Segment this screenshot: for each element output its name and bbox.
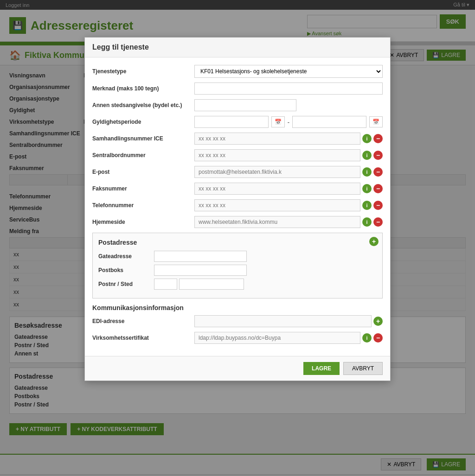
modal-postnr-input[interactable]: 1164 bbox=[154, 279, 177, 290]
field-epost: i − bbox=[194, 166, 383, 178]
sentralbord-remove-icon[interactable]: − bbox=[373, 151, 383, 160]
telefon-remove-icon[interactable]: − bbox=[373, 201, 383, 210]
field-merknad bbox=[194, 83, 383, 95]
field-annen bbox=[194, 99, 383, 111]
label-virksomhet: Virksomhetssertifikat bbox=[92, 335, 194, 341]
modal-avbryt-button[interactable]: AVBRYT bbox=[343, 362, 383, 375]
modal-postboks-label: Postboks bbox=[98, 267, 154, 273]
date-from-input[interactable]: 10.10.2010 bbox=[194, 116, 269, 128]
annen-input[interactable] bbox=[194, 99, 296, 111]
epost-input[interactable] bbox=[194, 166, 360, 178]
field-faks: i − bbox=[194, 183, 383, 195]
telefon-info-icon[interactable]: i bbox=[362, 201, 372, 210]
field-edi: + bbox=[194, 315, 383, 327]
modal-row-virksomhet: Virksomhetssertifikat i − bbox=[92, 332, 383, 344]
modal-body: Tjenestetype KF01 Helsestasjons- og skol… bbox=[85, 57, 390, 356]
modal-header: Legg til tjeneste bbox=[85, 38, 390, 57]
label-modal-hjemmeside: Hjemmeside bbox=[92, 219, 194, 225]
modal-row-merknad: Merknad (maks 100 tegn) bbox=[92, 83, 383, 95]
modal-postboks-row: Postboks bbox=[98, 265, 377, 276]
epost-info-icon[interactable]: i bbox=[362, 167, 372, 177]
modal-sted-input[interactable]: OSLO bbox=[179, 279, 244, 290]
modal-row-annen: Annen stedsangivelse (bydel etc.) bbox=[92, 99, 383, 111]
modal-gateadresse-label: Gateadresse bbox=[98, 253, 154, 260]
samhandling-input[interactable] bbox=[194, 133, 360, 145]
calendar-from-button[interactable]: 📅 bbox=[271, 116, 285, 127]
sentralbord-input[interactable] bbox=[194, 149, 360, 161]
field-samhandling: i − bbox=[194, 133, 383, 145]
modal-postadresse-box: + Postadresse Gateadresse Latesom veien … bbox=[92, 233, 383, 298]
modal-row-tjenestetype: Tjenestetype KF01 Helsestasjons- og skol… bbox=[92, 65, 383, 78]
label-tjenestetype: Tjenestetype bbox=[92, 68, 194, 75]
date-range: 10.10.2010 📅 - 31.12.2999 📅 bbox=[194, 116, 383, 128]
sentralbord-info-icon[interactable]: i bbox=[362, 151, 372, 160]
telefon-input[interactable] bbox=[194, 199, 360, 211]
modal-row-faks: Faksnummer i − bbox=[92, 183, 383, 195]
calendar-to-button[interactable]: 📅 bbox=[369, 116, 383, 127]
modal-row-gyldighet: Gyldighetsperiode 10.10.2010 📅 - 31.12.2… bbox=[92, 116, 383, 128]
field-hjemmeside: i − bbox=[194, 216, 383, 228]
samhandling-remove-icon[interactable]: − bbox=[373, 134, 383, 143]
hjemmeside-input[interactable] bbox=[194, 216, 360, 228]
modal-footer: LAGRE AVBRYT bbox=[85, 356, 390, 381]
field-gyldighet: 10.10.2010 📅 - 31.12.2999 📅 bbox=[194, 116, 383, 128]
postadresse-add-icon[interactable]: + bbox=[369, 237, 379, 246]
modal-dialog: Legg til tjeneste Tjenestetype KF01 Hels… bbox=[84, 37, 391, 381]
hjemmeside-info-icon[interactable]: i bbox=[362, 217, 372, 227]
modal-row-epost: E-post i − bbox=[92, 166, 383, 178]
label-modal-gyldighet: Gyldighetsperiode bbox=[92, 119, 194, 125]
modal-overlay: Legg til tjeneste Tjenestetype KF01 Hels… bbox=[0, 0, 475, 476]
modal-lagre-button[interactable]: LAGRE bbox=[303, 362, 340, 375]
faks-remove-icon[interactable]: − bbox=[373, 184, 383, 193]
label-modal-sentralbord: Sentralbordnummer bbox=[92, 152, 194, 159]
date-separator: - bbox=[288, 119, 289, 126]
komm-title: Kommunikasjonsinformasjon bbox=[92, 304, 383, 311]
modal-row-hjemmeside: Hjemmeside i − bbox=[92, 216, 383, 228]
label-modal-epost: E-post bbox=[92, 169, 194, 175]
modal-row-samhandling: Samhandlingsnummer ICE i − bbox=[92, 133, 383, 145]
modal-postboks-input[interactable] bbox=[154, 265, 247, 276]
modal-postadresse-title: Postadresse bbox=[98, 239, 377, 246]
label-modal-samhandling: Samhandlingsnummer ICE bbox=[92, 135, 194, 142]
modal-row-sentralbord: Sentralbordnummer i − bbox=[92, 149, 383, 161]
label-merknad: Merknad (maks 100 tegn) bbox=[92, 85, 194, 92]
hjemmeside-remove-icon[interactable]: − bbox=[373, 217, 383, 227]
samhandling-info-icon[interactable]: i bbox=[362, 134, 372, 143]
label-annen: Annen stedsangivelse (bydel etc.) bbox=[92, 102, 194, 108]
field-virksomhet: i − bbox=[194, 332, 383, 344]
modal-gateadresse-input[interactable]: Latesom veien 34 bbox=[154, 251, 247, 262]
faks-info-icon[interactable]: i bbox=[362, 184, 372, 193]
edi-add-icon[interactable]: + bbox=[373, 317, 383, 326]
label-edi: EDI-adresse bbox=[92, 318, 194, 324]
modal-row-edi: EDI-adresse + bbox=[92, 315, 383, 327]
merknad-input[interactable] bbox=[194, 83, 383, 95]
field-telefon: i − bbox=[194, 199, 383, 211]
field-tjenestetype: KF01 Helsestasjons- og skolehelsetjenest… bbox=[194, 65, 383, 78]
date-to-input[interactable]: 31.12.2999 bbox=[292, 116, 366, 128]
virksomhet-input[interactable] bbox=[194, 332, 360, 344]
label-modal-faks: Faksnummer bbox=[92, 185, 194, 192]
faks-input[interactable] bbox=[194, 183, 360, 195]
tjenestetype-select[interactable]: KF01 Helsestasjons- og skolehelsetjenest… bbox=[194, 65, 383, 78]
modal-postnr-row: Postnr / Sted 1164 OSLO bbox=[98, 279, 377, 290]
edi-input[interactable] bbox=[194, 315, 372, 327]
modal-gateadresse-row: Gateadresse Latesom veien 34 bbox=[98, 251, 377, 262]
modal-row-telefon: Telefonnummer i − bbox=[92, 199, 383, 211]
virksomhet-info-icon[interactable]: i bbox=[362, 333, 372, 343]
modal-title: Legg til tjeneste bbox=[92, 43, 149, 51]
modal-postnr-label: Postnr / Sted bbox=[98, 281, 154, 287]
epost-remove-icon[interactable]: − bbox=[373, 167, 383, 177]
field-sentralbord: i − bbox=[194, 149, 383, 161]
virksomhet-remove-icon[interactable]: − bbox=[373, 333, 383, 343]
label-modal-telefon: Telefonnummer bbox=[92, 202, 194, 209]
